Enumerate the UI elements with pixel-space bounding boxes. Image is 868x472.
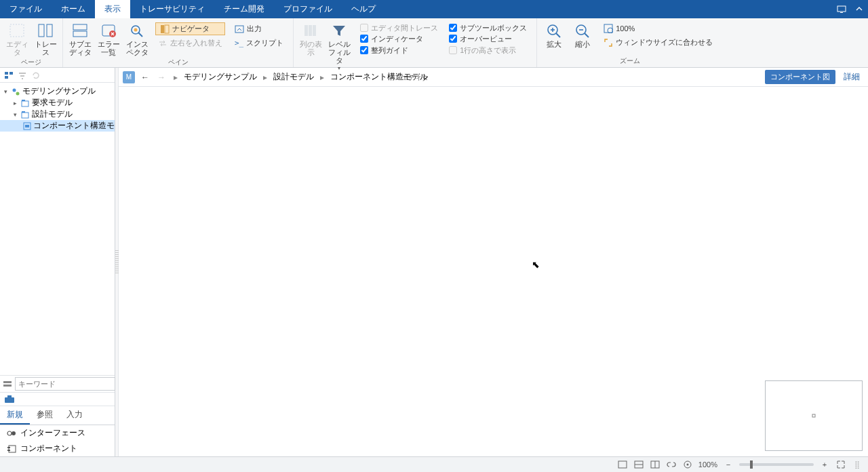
breadcrumb-bar: M ← → ▸ モデリングサンプル ▸ 設計モデル ▸ コンポーネント構造モデル… [119, 68, 868, 87]
diagram-canvas[interactable]: ⬉ [119, 87, 868, 456]
zoom-plus-icon[interactable]: + [819, 459, 830, 470]
editor-area: M ← → ▸ モデリングサンプル ▸ 設計モデル ▸ コンポーネント構造モデル… [119, 68, 868, 456]
crumb-root[interactable]: モデリングサンプル [184, 71, 257, 83]
svg-rect-6 [73, 31, 87, 37]
tree-refresh-icon[interactable] [31, 71, 41, 80]
output-button[interactable]: 出力 [232, 22, 286, 35]
status-link-icon[interactable] [666, 459, 677, 470]
navigator-toggle[interactable]: ナビゲータ [155, 22, 225, 35]
view-vsplit-icon[interactable] [650, 459, 660, 470]
model-icon [11, 87, 20, 96]
columns-icon [302, 22, 319, 39]
diagram-icon [23, 121, 31, 131]
chk-editor-trace: エディタ間トレース [357, 22, 441, 33]
view-hsplit-icon[interactable] [633, 459, 644, 470]
tree-node-component[interactable]: コンポーネント構造モデル [0, 120, 115, 132]
nav-back-icon[interactable]: ← [139, 73, 151, 82]
collapse-icon[interactable]: ▾ [3, 88, 9, 95]
svg-point-49 [12, 431, 16, 435]
script-button[interactable]: >_ スクリプト [232, 37, 286, 50]
svg-rect-37 [22, 113, 28, 118]
subeditor-icon [72, 22, 88, 39]
expand-icon[interactable]: ▸ [12, 100, 18, 106]
menu-tab-home[interactable]: ホーム [52, 0, 95, 18]
trace-button[interactable]: トレース [31, 21, 60, 58]
inspector-button[interactable]: インスペクタ [123, 21, 151, 58]
crumb-sep-icon: ▸ [261, 73, 269, 82]
svg-point-34 [16, 92, 20, 95]
menubar: ファイル ホーム 表示 トレーサビリティ チーム開発 プロファイル ヘルプ [0, 0, 868, 18]
subeditor-button[interactable]: サブエディタ [66, 21, 94, 58]
crumb-design[interactable]: 設計モデル [273, 71, 314, 83]
zoom-pct-icon [604, 24, 613, 33]
crumb-comp[interactable]: コンポーネント構造モデル [330, 71, 428, 83]
chk-align[interactable]: 整列ガイド [357, 45, 441, 56]
monitor-icon[interactable] [833, 0, 850, 18]
menu-tab-help[interactable]: ヘルプ [342, 0, 385, 18]
tool-list: インターフェース コンポーネント [0, 425, 115, 456]
fit-window-button[interactable]: ウィンドウサイズに合わせる [601, 36, 715, 49]
search-input[interactable] [15, 377, 115, 391]
tool-item-interface[interactable]: インターフェース [0, 425, 115, 441]
status-target-icon[interactable] [682, 459, 693, 470]
zoom-percent-button[interactable]: 100% [601, 22, 715, 35]
chk-indicator[interactable]: インディケータ [357, 33, 441, 44]
tool-tab-ref[interactable]: 参照 [30, 406, 60, 425]
svg-rect-5 [73, 24, 87, 30]
tree-tool-icon[interactable] [4, 71, 14, 80]
tool-interface-label: インターフェース [20, 427, 85, 439]
tree-comp-label: コンポーネント構造モデル [33, 120, 115, 132]
tool-component-label: コンポーネント [20, 443, 77, 454]
tree-node-design[interactable]: ▾ 設計モデル [0, 109, 115, 120]
collapse-ribbon-icon[interactable] [850, 0, 868, 18]
tree-node-req[interactable]: ▸ 要求モデル [0, 97, 115, 109]
chk-subtool[interactable]: サブツールボックス [446, 22, 530, 33]
cursor-icon: ⬉ [532, 259, 540, 270]
ribbon-group-pane: サブエディタ エラー一覧 インスペクタ ナビゲータ [63, 18, 294, 67]
crumb-sep-icon: ▸ [318, 73, 326, 82]
menu-tab-view[interactable]: 表示 [95, 0, 130, 18]
search-mode-icon[interactable] [3, 380, 12, 388]
menu-tab-traceability[interactable]: トレーサビリティ [130, 0, 214, 18]
crumb-sep-icon: ▸ [172, 73, 180, 82]
svg-rect-16 [309, 25, 312, 36]
zoomout-label: 縮小 [575, 40, 590, 48]
zoomout-button[interactable]: 縮小 [568, 21, 597, 50]
zoomin-button[interactable]: 拡大 [540, 21, 568, 50]
detail-link[interactable]: 詳細 [840, 71, 864, 83]
tree-node-root[interactable]: ▾ モデリングサンプル [0, 85, 115, 97]
levelfilter-button[interactable]: レベルフィルタ ▾ [325, 21, 353, 73]
filter-icon [331, 22, 347, 39]
status-expand-icon[interactable] [835, 459, 846, 470]
tool-item-component[interactable]: コンポーネント [0, 441, 115, 456]
model-chip-icon[interactable]: M [123, 71, 135, 83]
ribbon-group-pane-label: ペイン [168, 58, 189, 68]
zoom-slider[interactable] [739, 463, 814, 466]
tool-tab-input[interactable]: 入力 [60, 406, 90, 425]
zoom-minus-icon[interactable]: − [723, 459, 734, 470]
levelfilter-label: レベルフィルタ [326, 40, 353, 64]
svg-rect-15 [304, 25, 308, 36]
model-tree[interactable]: ▾ モデリングサンプル ▸ 要求モデル ▾ 設計モデル コンポーネント構造モデル [0, 83, 115, 375]
view-single-icon[interactable] [617, 459, 628, 470]
menu-tab-file[interactable]: ファイル [0, 0, 52, 18]
tool-tab-new[interactable]: 新規 [0, 406, 30, 425]
collapse-icon[interactable]: ▾ [12, 111, 18, 118]
diagram-type-badge[interactable]: コンポーネント図 [765, 70, 835, 84]
left-panel: ▾ モデリングサンプル ▸ 要求モデル ▾ 設計モデル コンポーネント構造モデル [0, 68, 115, 456]
trace-label: トレース [32, 40, 59, 56]
resize-grip-icon[interactable]: ⣿ [852, 459, 863, 470]
editor-button: エディタ [3, 21, 31, 58]
tree-req-label: 要求モデル [32, 97, 73, 109]
errors-label: エラー一覧 [95, 40, 122, 56]
zoomin-label: 拡大 [547, 40, 561, 48]
menu-tab-team[interactable]: チーム開発 [214, 0, 274, 18]
menu-tab-profile[interactable]: プロファイル [274, 0, 342, 18]
overview-panel[interactable] [765, 380, 863, 451]
tree-root-label: モデリングサンプル [22, 85, 96, 97]
errors-button[interactable]: エラー一覧 [94, 21, 123, 58]
chk-overview[interactable]: オーバービュー [446, 33, 530, 44]
tree-filter-icon[interactable] [18, 71, 27, 80]
swap-button: 左右を入れ替え [155, 37, 225, 50]
svg-rect-40 [25, 125, 29, 127]
